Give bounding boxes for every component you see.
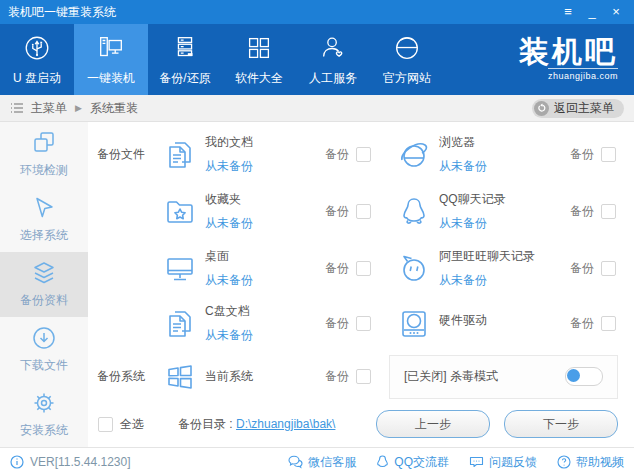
window-title: 装机吧一键重装系统 bbox=[8, 4, 116, 21]
previous-step-button[interactable]: 上一步 bbox=[376, 410, 490, 438]
backup-checkbox-desktop[interactable] bbox=[356, 261, 371, 276]
breadcrumb-arrow-icon: ▶ bbox=[75, 103, 82, 113]
back-to-main-menu-button[interactable]: 返回主菜单 bbox=[532, 99, 624, 118]
status-link-label: 微信客服 bbox=[308, 454, 356, 471]
item-status: 从未备份 bbox=[205, 158, 325, 175]
backup-panel: 备份文件 我的文档 从未备份 备份 bbox=[88, 122, 634, 447]
main-nav: U 盘启动 一键装机 备份/还原 bbox=[0, 24, 634, 95]
sidebar-label: 备份资料 bbox=[20, 292, 68, 309]
window-controls: ≡ _ × bbox=[558, 1, 626, 23]
info-icon bbox=[10, 455, 24, 469]
backup-checkbox-browser[interactable] bbox=[601, 147, 616, 162]
sidebar-label: 下载文件 bbox=[20, 357, 68, 374]
toggle-knob bbox=[567, 369, 580, 382]
item-status: 从未备份 bbox=[205, 272, 325, 289]
nav-item-one-key-install[interactable]: 一键装机 bbox=[74, 24, 148, 95]
nav-item-official-site[interactable]: 官方网站 bbox=[370, 24, 444, 95]
nav-item-software-center[interactable]: 软件大全 bbox=[222, 24, 296, 95]
browser-icon bbox=[389, 138, 439, 172]
backup-checkbox-favorites[interactable] bbox=[356, 204, 371, 219]
brand-logo: 装机吧 zhuangjiba.com bbox=[519, 37, 618, 82]
antivirus-mode-label: [已关闭] 杀毒模式 bbox=[404, 368, 498, 385]
item-title: C盘文档 bbox=[205, 303, 325, 320]
sidebar-item-install-system[interactable]: 安装系统 bbox=[0, 382, 88, 447]
item-title: QQ聊天记录 bbox=[439, 191, 570, 208]
antivirus-mode-toggle[interactable] bbox=[565, 367, 603, 386]
person-icon bbox=[318, 33, 348, 63]
cursor-icon bbox=[31, 195, 57, 221]
nav-label: 官方网站 bbox=[383, 70, 431, 87]
minimize-icon[interactable]: _ bbox=[582, 1, 602, 23]
backup-label: 备份 bbox=[325, 203, 349, 220]
qq-icon bbox=[389, 195, 439, 229]
backup-checkbox-qq-chat[interactable] bbox=[601, 204, 616, 219]
item-status: 从未备份 bbox=[439, 215, 570, 232]
nav-item-usb-boot[interactable]: U 盘启动 bbox=[0, 24, 74, 95]
status-bar: VER[11.5.44.1230] 微信客服 QQ交流群 bbox=[0, 447, 634, 475]
wechat-icon bbox=[288, 455, 303, 469]
nav-item-backup-restore[interactable]: 备份/还原 bbox=[148, 24, 222, 95]
item-title: 阿里旺旺聊天记录 bbox=[439, 248, 570, 265]
feedback-link[interactable]: 问题反馈 bbox=[469, 454, 537, 471]
breadcrumb-current: 系统重装 bbox=[90, 100, 138, 117]
download-icon bbox=[31, 325, 57, 351]
nav-label: 一键装机 bbox=[87, 70, 135, 87]
title-bar: 装机吧一键重装系统 ≡ _ × bbox=[0, 0, 634, 24]
backup-checkbox-wangwang-chat[interactable] bbox=[601, 261, 616, 276]
close-icon[interactable]: × bbox=[606, 1, 626, 23]
steps-sidebar: 环境检测 选择系统 备份资料 bbox=[0, 122, 88, 447]
backup-checkbox-c-drive-docs[interactable] bbox=[356, 316, 371, 331]
sidebar-item-backup-data[interactable]: 备份资料 bbox=[0, 252, 88, 317]
nav-label: U 盘启动 bbox=[13, 70, 61, 87]
backup-dir-path-link[interactable]: D:\zhuangjiba\bak\ bbox=[236, 417, 335, 431]
gear-icon bbox=[31, 390, 57, 416]
section-label-backup-files: 备份文件 bbox=[88, 146, 155, 163]
brand-name: 装机吧 bbox=[519, 37, 618, 67]
wechat-support-link[interactable]: 微信客服 bbox=[288, 454, 356, 471]
version-text: VER[11.5.44.1230] bbox=[30, 455, 131, 469]
sidebar-item-download-files[interactable]: 下载文件 bbox=[0, 317, 88, 382]
chat-bubble-icon bbox=[469, 455, 484, 469]
backup-label: 备份 bbox=[570, 315, 594, 332]
item-title: 当前系统 bbox=[205, 368, 325, 385]
help-videos-link[interactable]: 帮助视频 bbox=[557, 454, 624, 471]
backup-label: 备份 bbox=[570, 260, 594, 277]
list-icon bbox=[10, 102, 24, 114]
item-title: 我的文档 bbox=[205, 134, 325, 151]
backup-label: 备份 bbox=[325, 146, 349, 163]
backup-row: 备份系统 当前系统 备份 bbox=[88, 350, 634, 403]
brand-domain: zhuangjiba.com bbox=[548, 68, 618, 81]
backup-row: 桌面 从未备份 备份 阿里旺旺聊天记录 bbox=[88, 240, 634, 297]
backup-label: 备份 bbox=[325, 260, 349, 277]
menu-icon[interactable]: ≡ bbox=[558, 1, 578, 23]
backup-label: 备份 bbox=[570, 203, 594, 220]
hardware-drive-icon bbox=[389, 307, 439, 341]
usb-icon bbox=[22, 33, 52, 63]
select-all-checkbox[interactable] bbox=[98, 417, 113, 432]
next-step-button[interactable]: 下一步 bbox=[504, 410, 618, 438]
desktop-icon bbox=[155, 252, 205, 286]
select-all-label: 全选 bbox=[120, 416, 144, 433]
backup-dir-label: 备份目录 : bbox=[178, 417, 233, 431]
item-title: 桌面 bbox=[205, 248, 325, 265]
status-link-label: 问题反馈 bbox=[489, 454, 537, 471]
qq-group-link[interactable]: QQ交流群 bbox=[376, 454, 449, 471]
backup-checkbox-hardware-drivers[interactable] bbox=[601, 316, 616, 331]
item-title: 硬件驱动 bbox=[439, 312, 570, 329]
nav-item-human-service[interactable]: 人工服务 bbox=[296, 24, 370, 95]
sidebar-item-select-system[interactable]: 选择系统 bbox=[0, 187, 88, 252]
backup-checkbox-my-documents[interactable] bbox=[356, 147, 371, 162]
section-label-backup-system: 备份系统 bbox=[88, 368, 155, 385]
back-arrow-icon bbox=[534, 101, 549, 116]
item-status: 从未备份 bbox=[439, 158, 570, 175]
apps-grid-icon bbox=[244, 33, 274, 63]
qq-icon bbox=[376, 455, 389, 469]
content-area: 环境检测 选择系统 备份资料 bbox=[0, 122, 634, 447]
sidebar-item-env-check[interactable]: 环境检测 bbox=[0, 122, 88, 187]
breadcrumb-bar: 主菜单 ▶ 系统重装 返回主菜单 bbox=[0, 95, 634, 122]
backup-label: 备份 bbox=[570, 146, 594, 163]
layers-icon bbox=[31, 260, 57, 286]
backup-row: 收藏夹 从未备份 备份 QQ聊天记录 从未备份 bbox=[88, 183, 634, 240]
breadcrumb-root[interactable]: 主菜单 bbox=[31, 100, 67, 117]
backup-checkbox-current-system[interactable] bbox=[356, 369, 371, 384]
